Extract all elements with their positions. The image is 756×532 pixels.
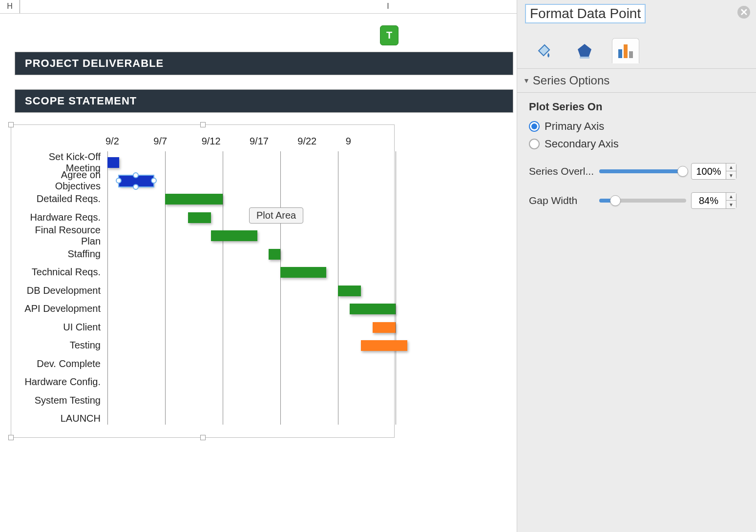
chart-row: DB Development [15, 282, 394, 300]
chart-row: Staffing [15, 245, 394, 264]
gap-width-label: Gap Width [529, 195, 594, 206]
gap-width-stepper: 84% ▲ ▼ [691, 192, 736, 209]
tab-effects[interactable] [571, 38, 598, 63]
chart-row: Final Resource Plan [15, 226, 394, 245]
plot-series-on-heading: Plot Series On [529, 101, 744, 113]
bar-selection-handle[interactable] [116, 178, 122, 184]
chart-row: Dev. Complete [15, 355, 394, 373]
gantt-bar[interactable] [188, 212, 211, 223]
task-label: API Development [15, 303, 105, 314]
radio-primary-axis-row[interactable]: Primary Axis [529, 120, 744, 133]
task-label: Hardware Config. [15, 376, 105, 388]
chart-row: API Development [15, 300, 394, 318]
pentagon-icon [576, 42, 593, 60]
slider-thumb[interactable] [677, 166, 688, 177]
radio-secondary-axis[interactable] [529, 139, 540, 149]
chart-row: Detailed Reqs. [15, 190, 394, 208]
gap-width-value[interactable]: 84% [692, 193, 726, 208]
task-label: Testing [15, 340, 105, 351]
x-axis-tick: 9 [346, 136, 394, 150]
x-axis-tick: 9/7 [153, 136, 201, 150]
x-axis-tick: 9/2 [105, 136, 153, 150]
task-label: Dev. Complete [15, 358, 105, 369]
chart-row: LAUNCH [15, 409, 394, 428]
task-label: Hardware Reqs. [15, 212, 105, 223]
sidebar-icon-tabs [517, 27, 756, 69]
col-header-H[interactable]: H [0, 0, 20, 13]
series-overlap-row: Series Overl... 100% ▲ ▼ [529, 163, 744, 180]
task-label: Detailed Reqs. [15, 193, 105, 205]
x-axis-tick: 9/12 [202, 136, 250, 150]
gantt-bar[interactable] [119, 176, 154, 186]
task-label: Staffing [15, 248, 105, 260]
task-label: System Testing [15, 395, 105, 406]
gantt-bar[interactable] [165, 194, 223, 205]
chart-resize-handle-tm[interactable] [200, 122, 206, 127]
chart-rows: Set Kick-Off MeetingAgree on ObjectivesD… [15, 153, 394, 428]
chart-resize-handle-tl[interactable] [8, 122, 14, 127]
task-label: DB Development [15, 285, 105, 296]
format-sidebar: Format Data Point ✕ ▼ Series Options [517, 0, 756, 532]
gantt-bar[interactable] [361, 340, 407, 351]
sidebar-title[interactable]: Format Data Point [525, 4, 646, 23]
button-unknown-t[interactable]: T [380, 25, 399, 45]
chart-row: Technical Reqs. [15, 263, 394, 282]
gantt-bar[interactable] [107, 157, 119, 168]
gantt-bar[interactable] [269, 249, 280, 260]
series-overlap-step-down[interactable]: ▼ [726, 171, 736, 179]
gap-width-step-down[interactable]: ▼ [726, 201, 736, 208]
gap-width-row: Gap Width 84% ▲ ▼ [529, 192, 744, 209]
x-axis-tick: 9/17 [250, 136, 297, 150]
series-overlap-value[interactable]: 100% [692, 164, 726, 179]
chart-row: Testing [15, 336, 394, 355]
task-label: LAUNCH [15, 413, 105, 424]
task-label: Agree on Objectives [15, 169, 105, 192]
bar-selection-handle[interactable] [133, 172, 139, 178]
gantt-bar[interactable] [373, 322, 396, 333]
chart-row: Hardware Config. [15, 373, 394, 391]
section-header-scope-statement: SCOPE STATEMENT [15, 89, 513, 113]
section-header-project-deliverable: PROJECT DELIVERABLE [15, 52, 513, 75]
gantt-bar[interactable] [350, 304, 396, 314]
disclosure-triangle-icon: ▼ [523, 77, 530, 84]
svg-rect-1 [618, 49, 622, 58]
chart-row: System Testing [15, 391, 394, 410]
radio-primary-axis[interactable] [529, 121, 540, 132]
section-header-series-options[interactable]: ▼ Series Options [517, 69, 756, 93]
chart-row: UI Client [15, 318, 394, 337]
section-label: Series Options [533, 74, 609, 87]
bar-chart-icon [617, 42, 634, 59]
svg-rect-0 [580, 57, 589, 59]
gap-width-step-up[interactable]: ▲ [726, 193, 736, 201]
gantt-bar[interactable] [280, 267, 326, 278]
gantt-bar[interactable] [211, 230, 257, 241]
chart-row: Agree on Objectives [15, 172, 394, 190]
slider-thumb[interactable] [610, 195, 621, 206]
gantt-bar[interactable] [338, 286, 361, 296]
close-sidebar-button[interactable]: ✕ [737, 6, 750, 19]
series-overlap-step-up[interactable]: ▲ [726, 164, 736, 171]
tab-fill-line[interactable] [530, 38, 557, 63]
plot-area-tooltip: Plot Area [249, 207, 303, 224]
tab-series-options[interactable] [612, 38, 639, 63]
task-label: Final Resource Plan [15, 225, 105, 247]
radio-secondary-axis-label: Secondary Axis [545, 138, 619, 150]
chart-resize-handle-bm[interactable] [200, 435, 206, 440]
radio-secondary-axis-row[interactable]: Secondary Axis [529, 138, 744, 150]
x-axis-tick: 9/22 [297, 136, 345, 150]
series-overlap-stepper: 100% ▲ ▼ [691, 163, 736, 180]
radio-primary-axis-label: Primary Axis [545, 120, 604, 133]
chart-x-axis: 9/29/79/129/179/229 [105, 136, 394, 150]
bar-selection-handle[interactable] [151, 178, 157, 184]
svg-rect-3 [629, 51, 633, 58]
task-label: UI Client [15, 322, 105, 333]
paint-bucket-icon [535, 42, 552, 60]
gap-width-slider[interactable] [599, 199, 686, 203]
chart-row: Set Kick-Off Meeting [15, 153, 394, 172]
task-label: Technical Reqs. [15, 266, 105, 278]
bar-selection-handle[interactable] [133, 184, 139, 190]
series-overlap-slider[interactable] [599, 169, 686, 173]
svg-rect-2 [624, 44, 628, 58]
chart-resize-handle-bl[interactable] [8, 435, 14, 440]
series-overlap-label: Series Overl... [529, 165, 594, 177]
